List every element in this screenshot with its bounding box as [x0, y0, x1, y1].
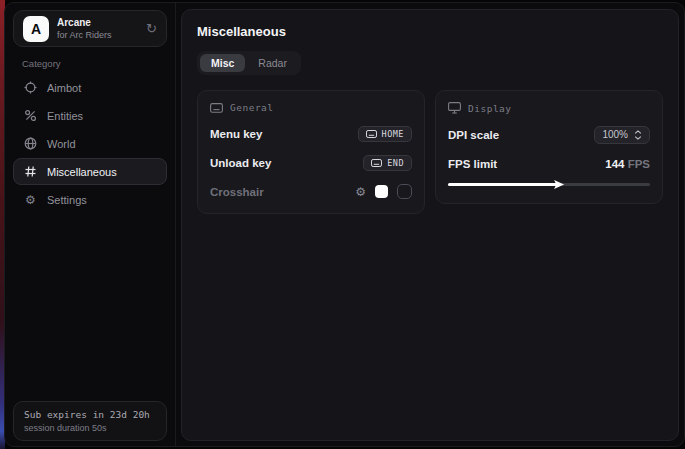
app-window: A Arcane for Arc Riders ↻ Category: [4, 2, 685, 447]
menu-key-bind-button[interactable]: HOME: [358, 126, 412, 142]
sub-expiry-text: Sub expires in 23d 20h: [24, 409, 156, 420]
unload-key-bind-button[interactable]: END: [363, 155, 412, 171]
subscription-status-card: Sub expires in 23d 20h session duration …: [13, 401, 167, 441]
sidebar: A Arcane for Arc Riders ↻ Category: [5, 3, 176, 446]
crosshair-color-swatch[interactable]: [375, 185, 388, 198]
gear-icon: ⚙: [24, 194, 37, 206]
fps-slider-fill: [448, 183, 557, 186]
tab-bar: Misc Radar: [197, 51, 301, 75]
sidebar-item-label: Aimbot: [47, 82, 81, 94]
tab-radar[interactable]: Radar: [247, 54, 298, 72]
brand-card: A Arcane for Arc Riders ↻: [13, 10, 167, 47]
dpi-scale-label: DPI scale: [448, 129, 499, 141]
content-panel: Miscellaneous Misc Radar General: [181, 9, 679, 441]
sidebar-item-label: World: [47, 138, 76, 150]
sidebar-item-entities[interactable]: Entities: [13, 102, 167, 129]
display-card-header: Display: [448, 102, 650, 114]
sidebar-item-label: Settings: [47, 194, 87, 206]
crosshair-icon: [24, 81, 37, 94]
sidebar-item-aimbot[interactable]: Aimbot: [13, 74, 167, 101]
entities-icon: [24, 109, 37, 122]
chevron-up-down-icon: [634, 130, 642, 140]
sidebar-item-label: Miscellaneous: [47, 166, 117, 178]
dpi-scale-value: 100%: [602, 129, 628, 140]
general-card-title: General: [230, 102, 274, 113]
crosshair-controls: ⚙: [355, 184, 412, 199]
menu-key-value: HOME: [382, 129, 404, 139]
dpi-scale-row: DPI scale 100%: [448, 126, 650, 143]
category-section-label: Category: [22, 58, 61, 69]
crosshair-settings-gear-icon[interactable]: ⚙: [355, 186, 366, 198]
settings-cards: General Menu key HOME: [197, 90, 663, 214]
crosshair-enable-checkbox[interactable]: [397, 184, 412, 199]
fps-limit-label: FPS limit: [448, 158, 497, 170]
crosshair-row: Crosshair ⚙: [210, 183, 412, 200]
desktop: A Arcane for Arc Riders ↻ Category: [0, 0, 685, 449]
menu-key-label: Menu key: [210, 128, 262, 140]
unload-key-value: END: [387, 158, 404, 168]
general-card-header: General: [210, 102, 412, 113]
unload-key-label: Unload key: [210, 157, 271, 169]
fps-limit-row: FPS limit 144 FPS: [448, 155, 650, 172]
unload-key-row: Unload key END: [210, 154, 412, 171]
general-card: General Menu key HOME: [197, 90, 425, 214]
sync-icon[interactable]: ↻: [146, 22, 157, 35]
keyboard-icon: [371, 159, 382, 167]
crosshair-label: Crosshair: [210, 186, 264, 198]
session-duration-text: session duration 50s: [24, 423, 156, 433]
hash-icon: [24, 165, 37, 178]
sidebar-item-world[interactable]: World: [13, 130, 167, 157]
globe-icon: [24, 137, 37, 150]
sidebar-item-settings[interactable]: ⚙ Settings: [13, 186, 167, 213]
tab-misc[interactable]: Misc: [200, 54, 245, 72]
sidebar-item-miscellaneous[interactable]: Miscellaneous: [13, 158, 167, 185]
keyboard-icon: [366, 130, 377, 138]
display-card: Display DPI scale 100% F: [435, 90, 663, 204]
fps-limit-slider[interactable]: [448, 179, 650, 190]
menu-key-row: Menu key HOME: [210, 125, 412, 142]
fps-number: 144: [605, 158, 624, 170]
dpi-scale-select[interactable]: 100%: [594, 126, 650, 144]
app-subtitle: for Arc Riders: [57, 30, 112, 40]
keyboard-icon: [210, 103, 223, 113]
sidebar-nav: Aimbot Entities: [13, 74, 167, 214]
sidebar-item-label: Entities: [47, 110, 83, 122]
monitor-icon: [448, 102, 461, 114]
page-title: Miscellaneous: [197, 24, 663, 39]
fps-unit: FPS: [628, 158, 650, 170]
brand-text: Arcane for Arc Riders: [57, 17, 112, 40]
fps-limit-value: 144 FPS: [605, 158, 650, 170]
app-title: Arcane: [57, 17, 112, 29]
app-logo: A: [23, 16, 49, 42]
display-card-title: Display: [468, 103, 512, 114]
